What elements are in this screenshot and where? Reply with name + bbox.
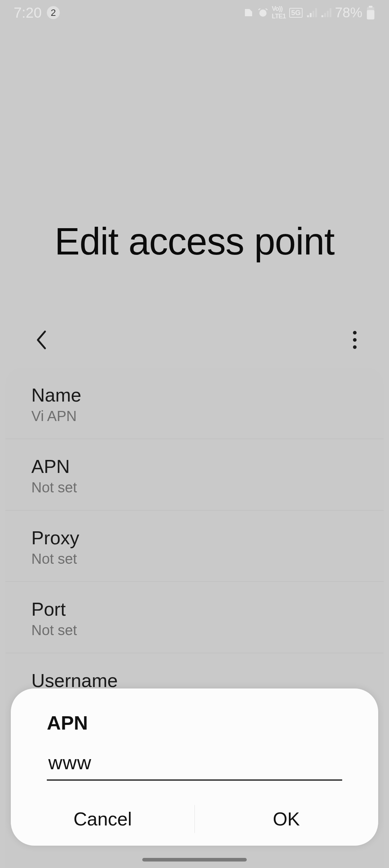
nav-gesture-bar[interactable] xyxy=(142,858,247,862)
dialog-buttons: Cancel OK xyxy=(11,792,378,846)
ok-button-label: OK xyxy=(273,808,300,830)
dialog-input-wrap xyxy=(11,748,378,792)
apn-edit-dialog: APN Cancel OK xyxy=(11,688,378,846)
ok-button[interactable]: OK xyxy=(194,792,378,846)
apn-input[interactable] xyxy=(47,748,342,781)
cancel-button-label: Cancel xyxy=(73,808,132,830)
dialog-title: APN xyxy=(11,712,378,748)
cancel-button[interactable]: Cancel xyxy=(11,792,194,846)
